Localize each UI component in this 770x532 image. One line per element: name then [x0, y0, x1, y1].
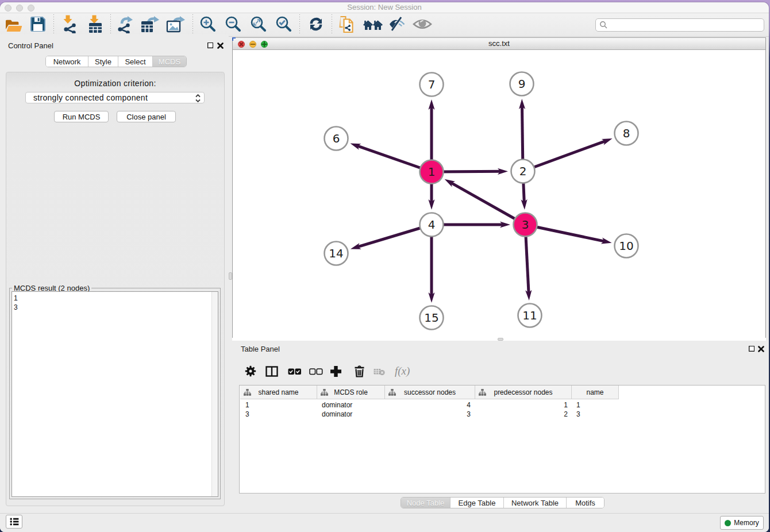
delete-table-button[interactable] — [371, 365, 388, 380]
node-label: 8 — [623, 126, 630, 140]
node-label: 10 — [619, 239, 633, 253]
task-list-icon — [10, 518, 19, 526]
export-network-button[interactable] — [116, 16, 136, 34]
mcds-result-scrollbar[interactable] — [211, 292, 218, 496]
table-cell[interactable]: 4 — [436, 400, 471, 410]
mcds-result-item[interactable]: 1 — [12, 294, 218, 303]
add-button[interactable] — [327, 365, 344, 380]
zoom-selected-button[interactable] — [274, 16, 294, 34]
import-table-button[interactable] — [85, 16, 106, 34]
tab-motifs[interactable]: Motifs — [566, 498, 604, 508]
network-view-window: scc.txt 1234678910111415 — [232, 37, 766, 338]
mcds-result-list[interactable]: 13 — [11, 291, 218, 497]
delete-button[interactable] — [351, 365, 368, 380]
desktop: Session: New Session — [0, 0, 770, 532]
open-file-button[interactable] — [2, 16, 23, 34]
toolbar-separator — [53, 14, 54, 35]
paste-network-icon — [338, 15, 356, 36]
export-image-button[interactable] — [165, 16, 186, 34]
export-image-icon — [165, 15, 185, 36]
edge-2-8[interactable] — [523, 141, 606, 171]
zoom-out-button[interactable] — [223, 16, 244, 34]
tab-select[interactable]: Select — [118, 56, 152, 67]
svg-text:f(x): f(x) — [395, 365, 410, 377]
criterion-select[interactable]: strongly connected component — [25, 92, 205, 103]
network-window-title: scc.txt — [233, 38, 765, 50]
control-panel-tabs: NetworkStyleSelectMCDS — [45, 56, 187, 67]
hide-panel-button[interactable] — [387, 16, 407, 34]
select-all-columns-button[interactable] — [286, 365, 303, 380]
tab-style[interactable]: Style — [88, 56, 118, 67]
node-table[interactable]: shared name MCDS role successor nodes pr… — [239, 385, 765, 494]
network-canvas[interactable]: 1234678910111415 — [233, 51, 765, 338]
memory-status-icon — [725, 520, 731, 526]
tab-network-table[interactable]: Network Table — [503, 498, 566, 508]
sitemap-icon — [244, 389, 251, 398]
tab-network[interactable]: Network — [46, 56, 88, 67]
task-history-button[interactable] — [6, 515, 22, 529]
sitemap-icon — [321, 389, 328, 398]
tab-edge-table[interactable]: Edge Table — [450, 498, 503, 508]
import-network-button[interactable] — [59, 16, 80, 34]
table-panel: Table Panel f(x) — [232, 341, 769, 513]
show-panel-icon — [413, 16, 432, 35]
home-button[interactable] — [363, 16, 383, 34]
window-title: Session: New Session — [0, 2, 769, 13]
table-panel-title: Table Panel — [241, 345, 280, 353]
control-panel-close-button[interactable] — [217, 43, 224, 49]
table-cell[interactable]: 2 — [533, 410, 568, 419]
control-panel-float-button[interactable] — [207, 43, 213, 48]
zoom-fit-button[interactable] — [248, 16, 269, 34]
node-label: 3 — [522, 218, 529, 232]
node-label: 14 — [329, 246, 343, 260]
table-cell[interactable]: 1 — [533, 400, 568, 410]
edge-3-1[interactable] — [451, 183, 526, 225]
search-icon — [599, 21, 608, 29]
gear-button[interactable] — [242, 365, 259, 380]
table-panel-float-button[interactable] — [749, 346, 754, 352]
table-cell[interactable]: 1 — [245, 400, 249, 410]
save-session-button[interactable] — [28, 16, 48, 34]
node-label: 6 — [333, 132, 340, 145]
show-panel-button[interactable] — [412, 16, 433, 34]
unselect-all-columns-button[interactable] — [307, 365, 325, 380]
tab-mcds[interactable]: MCDS — [152, 56, 186, 67]
column-header-name[interactable]: name — [572, 385, 619, 399]
search-input[interactable] — [595, 18, 764, 32]
save-session-icon — [29, 16, 47, 35]
export-table-icon — [140, 15, 160, 36]
mcds-result-item[interactable]: 3 — [12, 303, 218, 312]
main-toolbar — [0, 13, 769, 37]
network-window-titlebar[interactable]: scc.txt — [233, 38, 765, 50]
table-panel-close-button[interactable] — [758, 346, 764, 352]
refresh-icon — [309, 17, 323, 33]
memory-button[interactable]: Memory — [720, 516, 764, 530]
column-header-shared-name[interactable]: shared name — [240, 385, 317, 399]
column-label: shared name — [258, 388, 298, 396]
export-table-button[interactable] — [140, 16, 160, 34]
tab-node-table[interactable]: Node Table — [401, 498, 450, 508]
table-cell[interactable]: dominator — [322, 400, 352, 410]
zoom-in-button[interactable] — [198, 16, 218, 34]
table-cell[interactable]: 1 — [576, 400, 580, 410]
column-header-MCDS-role[interactable]: MCDS role — [317, 385, 385, 399]
run-mcds-button[interactable]: Run MCDS — [54, 111, 109, 122]
split-columns-button[interactable] — [263, 365, 280, 380]
window-titlebar[interactable]: Session: New Session — [0, 2, 769, 13]
delete-table-icon — [374, 367, 385, 378]
close-panel-button[interactable]: Close panel — [117, 111, 176, 122]
table-cell[interactable]: dominator — [322, 410, 352, 419]
control-panel: Control Panel NetworkStyleSelectMCDS Opt… — [0, 34, 229, 513]
paste-network-button[interactable] — [337, 16, 357, 34]
table-cell[interactable]: 3 — [576, 410, 580, 419]
table-cell[interactable]: 3 — [245, 410, 249, 419]
column-header-predecessor-nodes[interactable]: predecessor nodes — [475, 385, 572, 399]
mcds-result-group: MCDS result (2 nodes) 13 — [9, 288, 221, 499]
function-button[interactable]: f(x) — [394, 365, 411, 380]
table-cell[interactable]: 3 — [436, 410, 471, 419]
column-header-successor-nodes[interactable]: successor nodes — [385, 385, 475, 399]
refresh-button[interactable] — [306, 16, 326, 34]
node-label: 11 — [522, 309, 537, 322]
node-label: 4 — [428, 218, 436, 232]
vertical-splitter-handle[interactable] — [229, 272, 232, 280]
